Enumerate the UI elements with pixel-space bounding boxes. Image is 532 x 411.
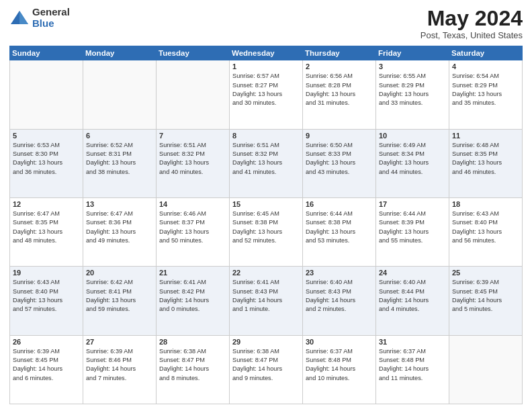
calendar-week-row: 1Sunrise: 6:57 AM Sunset: 8:27 PM Daylig… xyxy=(10,60,523,129)
day-number: 13 xyxy=(86,200,153,208)
table-row: 16Sunrise: 6:44 AM Sunset: 8:38 PM Dayli… xyxy=(303,197,376,266)
cell-info: Sunrise: 6:51 AM Sunset: 8:32 PM Dayligh… xyxy=(159,141,226,177)
cell-info: Sunrise: 6:56 AM Sunset: 8:28 PM Dayligh… xyxy=(306,72,373,107)
col-sunday: Sunday xyxy=(10,46,83,60)
table-row xyxy=(157,60,230,129)
table-row: 5Sunrise: 6:53 AM Sunset: 8:30 PM Daylig… xyxy=(10,129,83,197)
day-number: 4 xyxy=(452,62,519,71)
table-row: 9Sunrise: 6:50 AM Sunset: 8:33 PM Daylig… xyxy=(303,129,376,197)
cell-info: Sunrise: 6:41 AM Sunset: 8:42 PM Dayligh… xyxy=(159,278,226,314)
table-row: 28Sunrise: 6:38 AM Sunset: 8:47 PM Dayli… xyxy=(157,335,230,404)
svg-marker-1 xyxy=(19,11,28,24)
day-number: 20 xyxy=(86,269,153,277)
day-number: 17 xyxy=(379,200,446,208)
day-number: 18 xyxy=(452,200,519,208)
day-number: 19 xyxy=(13,269,80,277)
cell-info: Sunrise: 6:57 AM Sunset: 8:27 PM Dayligh… xyxy=(232,72,300,107)
table-row: 17Sunrise: 6:44 AM Sunset: 8:39 PM Dayli… xyxy=(376,197,449,266)
cell-info: Sunrise: 6:39 AM Sunset: 8:45 PM Dayligh… xyxy=(452,278,519,314)
table-row xyxy=(449,335,523,404)
table-row: 14Sunrise: 6:46 AM Sunset: 8:37 PM Dayli… xyxy=(157,197,230,266)
cell-info: Sunrise: 6:49 AM Sunset: 8:34 PM Dayligh… xyxy=(379,141,446,177)
logo-blue: Blue xyxy=(32,18,70,30)
table-row: 6Sunrise: 6:52 AM Sunset: 8:31 PM Daylig… xyxy=(83,129,157,197)
table-row: 20Sunrise: 6:42 AM Sunset: 8:41 PM Dayli… xyxy=(83,267,157,335)
table-row: 4Sunrise: 6:54 AM Sunset: 8:29 PM Daylig… xyxy=(449,60,523,129)
day-number: 22 xyxy=(232,269,300,277)
table-row xyxy=(83,60,157,129)
calendar-week-row: 19Sunrise: 6:43 AM Sunset: 8:40 PM Dayli… xyxy=(10,267,523,335)
cell-info: Sunrise: 6:47 AM Sunset: 8:36 PM Dayligh… xyxy=(86,210,153,245)
col-thursday: Thursday xyxy=(303,46,376,60)
logo: General Blue xyxy=(9,7,70,29)
cell-info: Sunrise: 6:54 AM Sunset: 8:29 PM Dayligh… xyxy=(452,72,519,107)
day-number: 14 xyxy=(159,200,226,208)
table-row: 3Sunrise: 6:55 AM Sunset: 8:29 PM Daylig… xyxy=(376,60,449,129)
table-row: 13Sunrise: 6:47 AM Sunset: 8:36 PM Dayli… xyxy=(83,197,157,266)
cell-info: Sunrise: 6:52 AM Sunset: 8:31 PM Dayligh… xyxy=(86,141,153,177)
table-row: 22Sunrise: 6:41 AM Sunset: 8:43 PM Dayli… xyxy=(230,267,303,335)
cell-info: Sunrise: 6:37 AM Sunset: 8:48 PM Dayligh… xyxy=(379,347,446,383)
cell-info: Sunrise: 6:43 AM Sunset: 8:40 PM Dayligh… xyxy=(452,210,519,245)
title-location: Post, Texas, United States xyxy=(420,30,523,40)
day-number: 30 xyxy=(306,338,373,346)
cell-info: Sunrise: 6:41 AM Sunset: 8:43 PM Dayligh… xyxy=(232,278,300,314)
cell-info: Sunrise: 6:42 AM Sunset: 8:41 PM Dayligh… xyxy=(86,278,153,314)
table-row: 24Sunrise: 6:40 AM Sunset: 8:44 PM Dayli… xyxy=(376,267,449,335)
day-number: 15 xyxy=(232,200,300,208)
col-monday: Monday xyxy=(83,46,157,60)
cell-info: Sunrise: 6:43 AM Sunset: 8:40 PM Dayligh… xyxy=(13,278,80,314)
table-row: 7Sunrise: 6:51 AM Sunset: 8:32 PM Daylig… xyxy=(157,129,230,197)
table-row: 8Sunrise: 6:51 AM Sunset: 8:32 PM Daylig… xyxy=(230,129,303,197)
day-number: 9 xyxy=(306,132,373,140)
calendar-table: Sunday Monday Tuesday Wednesday Thursday… xyxy=(9,46,523,404)
day-number: 6 xyxy=(86,132,153,140)
table-row: 30Sunrise: 6:37 AM Sunset: 8:48 PM Dayli… xyxy=(303,335,376,404)
cell-info: Sunrise: 6:44 AM Sunset: 8:39 PM Dayligh… xyxy=(379,210,446,245)
calendar-week-row: 12Sunrise: 6:47 AM Sunset: 8:35 PM Dayli… xyxy=(10,197,523,266)
table-row: 1Sunrise: 6:57 AM Sunset: 8:27 PM Daylig… xyxy=(230,60,303,129)
cell-info: Sunrise: 6:46 AM Sunset: 8:37 PM Dayligh… xyxy=(159,210,226,245)
cell-info: Sunrise: 6:55 AM Sunset: 8:29 PM Dayligh… xyxy=(379,72,446,107)
day-number: 2 xyxy=(306,62,373,71)
calendar-week-row: 26Sunrise: 6:39 AM Sunset: 8:45 PM Dayli… xyxy=(10,335,523,404)
calendar-header-row: Sunday Monday Tuesday Wednesday Thursday… xyxy=(10,46,523,60)
table-row: 25Sunrise: 6:39 AM Sunset: 8:45 PM Dayli… xyxy=(449,267,523,335)
logo-general: General xyxy=(32,7,70,18)
logo-icon xyxy=(9,8,30,28)
cell-info: Sunrise: 6:40 AM Sunset: 8:43 PM Dayligh… xyxy=(306,278,373,314)
day-number: 23 xyxy=(306,269,373,277)
day-number: 16 xyxy=(306,200,373,208)
cell-info: Sunrise: 6:45 AM Sunset: 8:38 PM Dayligh… xyxy=(232,210,300,245)
day-number: 11 xyxy=(452,132,519,140)
cell-info: Sunrise: 6:37 AM Sunset: 8:48 PM Dayligh… xyxy=(306,347,373,383)
title-block: May 2024 Post, Texas, United States xyxy=(420,7,523,40)
day-number: 10 xyxy=(379,132,446,140)
cell-info: Sunrise: 6:53 AM Sunset: 8:30 PM Dayligh… xyxy=(13,141,80,177)
cell-info: Sunrise: 6:39 AM Sunset: 8:45 PM Dayligh… xyxy=(13,347,80,383)
table-row: 10Sunrise: 6:49 AM Sunset: 8:34 PM Dayli… xyxy=(376,129,449,197)
table-row: 15Sunrise: 6:45 AM Sunset: 8:38 PM Dayli… xyxy=(230,197,303,266)
table-row: 2Sunrise: 6:56 AM Sunset: 8:28 PM Daylig… xyxy=(303,60,376,129)
cell-info: Sunrise: 6:38 AM Sunset: 8:47 PM Dayligh… xyxy=(159,347,226,383)
col-tuesday: Tuesday xyxy=(157,46,230,60)
calendar-week-row: 5Sunrise: 6:53 AM Sunset: 8:30 PM Daylig… xyxy=(10,129,523,197)
cell-info: Sunrise: 6:50 AM Sunset: 8:33 PM Dayligh… xyxy=(306,141,373,177)
header: General Blue May 2024 Post, Texas, Unite… xyxy=(9,7,523,40)
cell-info: Sunrise: 6:44 AM Sunset: 8:38 PM Dayligh… xyxy=(306,210,373,245)
cell-info: Sunrise: 6:40 AM Sunset: 8:44 PM Dayligh… xyxy=(379,278,446,314)
col-saturday: Saturday xyxy=(449,46,523,60)
day-number: 28 xyxy=(159,338,226,346)
cell-info: Sunrise: 6:47 AM Sunset: 8:35 PM Dayligh… xyxy=(13,210,80,245)
day-number: 5 xyxy=(13,132,80,140)
day-number: 25 xyxy=(452,269,519,277)
day-number: 26 xyxy=(13,338,80,346)
table-row: 27Sunrise: 6:39 AM Sunset: 8:46 PM Dayli… xyxy=(83,335,157,404)
table-row: 19Sunrise: 6:43 AM Sunset: 8:40 PM Dayli… xyxy=(10,267,83,335)
table-row: 21Sunrise: 6:41 AM Sunset: 8:42 PM Dayli… xyxy=(157,267,230,335)
table-row: 23Sunrise: 6:40 AM Sunset: 8:43 PM Dayli… xyxy=(303,267,376,335)
title-month: May 2024 xyxy=(420,7,523,30)
table-row: 12Sunrise: 6:47 AM Sunset: 8:35 PM Dayli… xyxy=(10,197,83,266)
table-row: 26Sunrise: 6:39 AM Sunset: 8:45 PM Dayli… xyxy=(10,335,83,404)
day-number: 3 xyxy=(379,62,446,71)
